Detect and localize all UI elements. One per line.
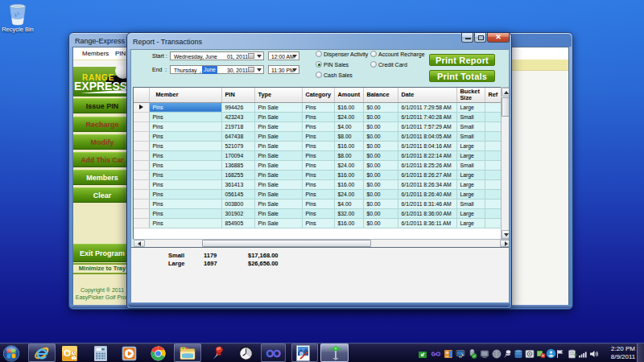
svg-text:O: O bbox=[64, 348, 71, 358]
